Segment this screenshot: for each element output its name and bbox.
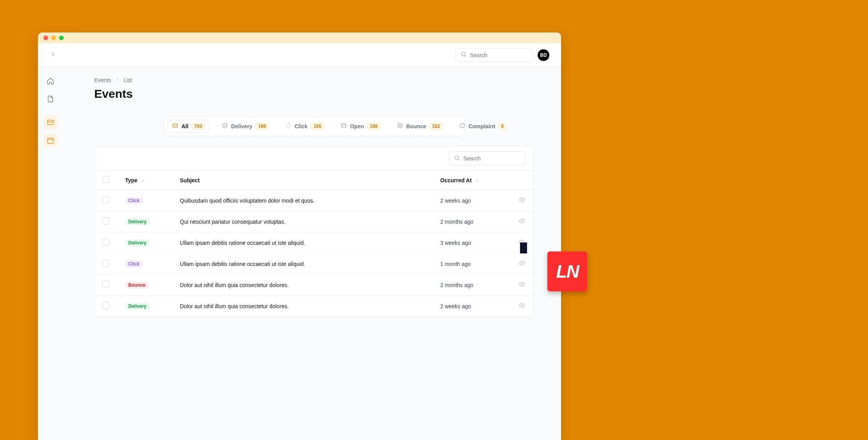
svg-point-0: [462, 52, 465, 56]
subject-cell: Dolor aut nihil illum quia consectetur d…: [172, 275, 432, 296]
search-icon: [454, 155, 460, 162]
filter-tab-open[interactable]: Open188: [337, 120, 384, 132]
table-row[interactable]: DeliveryDolor aut nihil illum quia conse…: [95, 296, 533, 317]
filter-tab-complaint[interactable]: Complaint0: [455, 120, 510, 132]
filter-count: 155: [311, 123, 324, 130]
subject-cell: Quibusdam quod officiis voluptatem dolor…: [172, 190, 432, 211]
avatar[interactable]: BD: [538, 49, 549, 61]
sidebar-item-document[interactable]: [43, 92, 57, 106]
svg-rect-2: [48, 120, 54, 125]
filter-label: Complaint: [468, 123, 495, 129]
app-window: BD Events List Events Al: [38, 32, 561, 440]
filter-tab-delivery[interactable]: Delivery198: [218, 120, 273, 132]
breadcrumb: Events List: [94, 77, 534, 83]
occurred-at-cell: 2 weeks ago: [432, 296, 511, 317]
subject-cell: Ullam ipsam debitis ratione occaecati ut…: [172, 232, 432, 253]
sidebar: [38, 67, 63, 440]
filter-tabs: All703Delivery198Click155Open188Bounce16…: [163, 116, 464, 136]
filter-count: 0: [499, 123, 507, 130]
svg-line-16: [458, 159, 459, 160]
eye-icon[interactable]: [518, 283, 525, 289]
window-titlebar: [38, 32, 561, 43]
subject-cell: Ullam ipsam debitis ratione occaecati ut…: [172, 253, 432, 275]
top-header: BD: [38, 43, 561, 67]
svg-line-1: [465, 56, 466, 57]
sidebar-item-mail[interactable]: [43, 115, 57, 129]
type-badge: Delivery: [125, 303, 150, 310]
table-row[interactable]: DeliveryQui nesciunt pariatur consequatu…: [95, 211, 533, 232]
window-minimize-dot[interactable]: [51, 36, 56, 40]
table-search[interactable]: [449, 151, 525, 165]
table-row[interactable]: DeliveryUllam ipsam debitis ratione occa…: [95, 232, 533, 253]
row-checkbox[interactable]: [102, 196, 109, 203]
filter-count: 162: [429, 123, 443, 130]
table-row[interactable]: BounceDolor aut nihil illum quia consect…: [95, 275, 533, 296]
occurred-at-cell: 1 month ago: [432, 253, 511, 275]
window-close-dot[interactable]: [43, 36, 48, 40]
svg-point-8: [222, 123, 227, 128]
column-header-subject[interactable]: Subject: [172, 171, 432, 190]
svg-point-22: [521, 305, 523, 307]
filter-label: Open: [350, 123, 364, 129]
table-row[interactable]: ClickQuibusdam quod officiis voluptatem …: [95, 190, 533, 211]
global-search-input[interactable]: [470, 52, 527, 58]
filter-tab-click[interactable]: Click155: [281, 120, 328, 132]
eye-icon[interactable]: [518, 304, 525, 310]
row-checkbox[interactable]: [102, 260, 109, 267]
table-row[interactable]: ClickUllam ipsam debitis ratione occaeca…: [95, 253, 533, 275]
filter-tab-bounce[interactable]: Bounce162: [393, 120, 447, 132]
svg-point-21: [521, 284, 523, 286]
breadcrumb-root[interactable]: Events: [94, 77, 111, 83]
filter-label: Delivery: [231, 123, 252, 129]
svg-point-17: [521, 199, 523, 201]
type-badge: Bounce: [125, 282, 149, 289]
search-icon: [461, 51, 467, 59]
all-icon: [172, 122, 178, 130]
filter-label: Bounce: [406, 123, 426, 129]
chevron-down-icon: [475, 178, 479, 183]
filter-count: 703: [192, 123, 205, 130]
svg-point-14: [462, 127, 463, 127]
filter-tab-all[interactable]: All703: [168, 120, 209, 133]
row-checkbox[interactable]: [102, 217, 109, 224]
eye-icon[interactable]: [518, 219, 525, 226]
delivery-icon: [222, 122, 228, 130]
chevron-right-icon: [115, 77, 120, 83]
sidebar-item-calendar[interactable]: [43, 133, 57, 147]
row-checkbox[interactable]: [102, 302, 109, 309]
type-badge: Click: [125, 260, 143, 268]
global-search[interactable]: [456, 48, 532, 62]
eye-icon[interactable]: [518, 262, 525, 268]
overlay-chip: [520, 242, 527, 253]
type-badge: Delivery: [125, 218, 150, 225]
events-table: Type Subject Occurred At ClickQuibusdam …: [95, 170, 533, 317]
page-title: Events: [94, 87, 534, 101]
click-icon: [285, 122, 291, 130]
eye-icon[interactable]: [518, 198, 525, 205]
row-checkbox[interactable]: [102, 239, 109, 246]
ln-logo: LN: [547, 251, 587, 291]
column-header-type[interactable]: Type: [117, 171, 172, 190]
sidebar-toggle-icon[interactable]: [50, 51, 57, 59]
events-table-card: Type Subject Occurred At ClickQuibusdam …: [94, 146, 534, 317]
filter-count: 198: [255, 123, 269, 130]
column-header-occurred-at[interactable]: Occurred At: [432, 171, 511, 190]
occurred-at-cell: 3 weeks ago: [432, 232, 511, 253]
svg-point-15: [455, 156, 459, 159]
svg-point-18: [521, 220, 523, 222]
bounce-icon: [397, 122, 403, 130]
chevron-down-icon: [141, 178, 145, 183]
complaint-icon: [459, 122, 465, 130]
row-checkbox[interactable]: [102, 281, 109, 288]
occurred-at-cell: 2 weeks ago: [432, 190, 511, 211]
select-all-checkbox[interactable]: [102, 176, 109, 183]
svg-rect-3: [48, 138, 54, 143]
main-content: Events List Events All703Delivery198Clic…: [63, 67, 561, 440]
table-search-input[interactable]: [463, 155, 520, 162]
window-zoom-dot[interactable]: [59, 36, 64, 40]
sidebar-item-home[interactable]: [43, 74, 57, 88]
type-badge: Delivery: [125, 239, 150, 246]
filter-label: All: [181, 123, 188, 129]
filter-label: Click: [294, 123, 307, 129]
subject-cell: Qui nesciunt pariatur consequatur volupt…: [172, 211, 432, 232]
